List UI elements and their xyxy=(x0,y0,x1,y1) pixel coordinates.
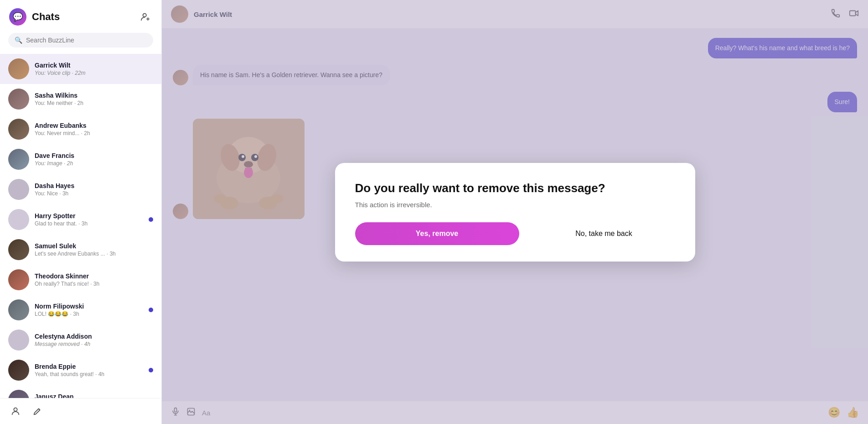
search-icon: 🔍 xyxy=(15,37,22,44)
search-box: 🔍 xyxy=(8,33,153,47)
contact-item[interactable]: Theodora SkinnerOh really? That's nice! … xyxy=(0,265,161,295)
chat-main: Garrick Wilt Really? What's his name and… xyxy=(162,0,868,424)
contact-item[interactable]: Norm FilipowskiLOL! 😂😂😂 · 3h xyxy=(0,295,161,325)
avatar xyxy=(8,149,29,170)
contact-preview: Oh really? That's nice! · 3h xyxy=(35,281,153,287)
contact-preview: You: Never mind... · 2h xyxy=(35,130,153,136)
unread-indicator xyxy=(149,368,153,372)
modal-overlay: Do you really want to remove this messag… xyxy=(162,0,868,424)
contact-item[interactable]: Harry SpotterGlad to hear that. · 3h xyxy=(0,204,161,235)
avatar xyxy=(8,119,29,140)
unread-indicator xyxy=(149,217,153,222)
contact-info: Brenda EppieYeah, that sounds great! · 4… xyxy=(35,363,143,377)
svg-point-1 xyxy=(14,408,17,411)
avatar xyxy=(8,299,29,320)
contact-info: Dave FrancisYou: Image · 2h xyxy=(35,152,153,167)
contact-item[interactable]: Sasha WilkinsYou: Me neither · 2h xyxy=(0,84,161,114)
contact-info: Celestyna AddisonMessage removed · 4h xyxy=(35,333,153,347)
contact-name: Celestyna Addison xyxy=(35,333,153,340)
avatar xyxy=(8,209,29,230)
sidebar: 💬 Chats 🔍 Garrick WiltYou: Voice clip · … xyxy=(0,0,162,424)
modal-subtitle: This action is irreversible. xyxy=(355,201,675,209)
contact-item[interactable]: Samuel SulekLet's see Andrew Eubanks ...… xyxy=(0,235,161,265)
contact-name: Norm Filipowski xyxy=(35,303,143,310)
modal-title: Do you really want to remove this messag… xyxy=(355,181,675,195)
contact-preview: LOL! 😂😂😂 · 3h xyxy=(35,311,143,317)
remove-message-modal: Do you really want to remove this messag… xyxy=(335,163,695,262)
avatar xyxy=(8,58,29,79)
contact-preview: Glad to hear that. · 3h xyxy=(35,220,143,227)
contact-preview: You: Image · 2h xyxy=(35,160,153,167)
avatar xyxy=(8,360,29,381)
contact-info: Andrew EubanksYou: Never mind... · 2h xyxy=(35,122,153,136)
contact-info: Dasha HayesYou: Nice · 3h xyxy=(35,182,153,197)
unread-indicator xyxy=(149,308,153,312)
contact-item[interactable]: Dave FrancisYou: Image · 2h xyxy=(0,144,161,174)
contact-preview: You: Nice · 3h xyxy=(35,190,153,197)
contact-info: Garrick WiltYou: Voice clip · 22m xyxy=(35,62,153,76)
yes-remove-button[interactable]: Yes, remove xyxy=(355,222,519,245)
contact-info: Norm FilipowskiLOL! 😂😂😂 · 3h xyxy=(35,303,143,317)
contact-item[interactable]: Brenda EppieYeah, that sounds great! · 4… xyxy=(0,355,161,385)
app-logo: 💬 xyxy=(9,8,26,26)
sidebar-bottom xyxy=(0,398,161,424)
contact-item[interactable]: Janusz DeanVoice clip · 5h xyxy=(0,385,161,398)
contact-preview: Yeah, that sounds great! · 4h xyxy=(35,371,143,377)
avatar xyxy=(8,179,29,200)
contact-name: Dasha Hayes xyxy=(35,182,153,189)
contact-preview: You: Voice clip · 22m xyxy=(35,70,153,76)
app-title: Chats xyxy=(32,11,133,23)
contact-item[interactable]: Celestyna AddisonMessage removed · 4h xyxy=(0,325,161,355)
contact-info: Samuel SulekLet's see Andrew Eubanks ...… xyxy=(35,242,153,257)
contact-name: Harry Spotter xyxy=(35,212,143,220)
contact-info: Sasha WilkinsYou: Me neither · 2h xyxy=(35,92,153,106)
avatar xyxy=(8,269,29,290)
contact-name: Andrew Eubanks xyxy=(35,122,153,129)
contact-name: Janusz Dean xyxy=(35,393,153,398)
sidebar-header: 💬 Chats xyxy=(0,0,161,30)
contact-list: Garrick WiltYou: Voice clip · 22mSasha W… xyxy=(0,52,161,398)
profile-button[interactable] xyxy=(9,405,22,418)
contact-preview: Message removed · 4h xyxy=(35,341,153,347)
modal-buttons: Yes, remove No, take me back xyxy=(355,222,675,245)
search-input[interactable] xyxy=(26,37,147,44)
contact-name: Garrick Wilt xyxy=(35,62,153,69)
no-back-button[interactable]: No, take me back xyxy=(533,230,675,238)
svg-point-0 xyxy=(143,14,146,17)
contact-name: Dave Francis xyxy=(35,152,153,159)
contact-info: Harry SpotterGlad to hear that. · 3h xyxy=(35,212,143,227)
avatar xyxy=(8,390,29,398)
avatar xyxy=(8,330,29,351)
add-contact-button[interactable] xyxy=(139,10,152,24)
avatar xyxy=(8,89,29,110)
contact-item[interactable]: Dasha HayesYou: Nice · 3h xyxy=(0,174,161,204)
contact-info: Theodora SkinnerOh really? That's nice! … xyxy=(35,272,153,287)
compose-button[interactable] xyxy=(31,405,44,418)
contact-preview: Let's see Andrew Eubanks ... · 3h xyxy=(35,251,153,257)
contact-item[interactable]: Garrick WiltYou: Voice clip · 22m xyxy=(0,54,161,84)
contact-preview: You: Me neither · 2h xyxy=(35,100,153,106)
avatar xyxy=(8,239,29,260)
contact-name: Brenda Eppie xyxy=(35,363,143,370)
contact-name: Samuel Sulek xyxy=(35,242,153,250)
contact-info: Janusz DeanVoice clip · 5h xyxy=(35,393,153,398)
contact-name: Theodora Skinner xyxy=(35,272,153,280)
contact-item[interactable]: Andrew EubanksYou: Never mind... · 2h xyxy=(0,114,161,144)
contact-name: Sasha Wilkins xyxy=(35,92,153,99)
